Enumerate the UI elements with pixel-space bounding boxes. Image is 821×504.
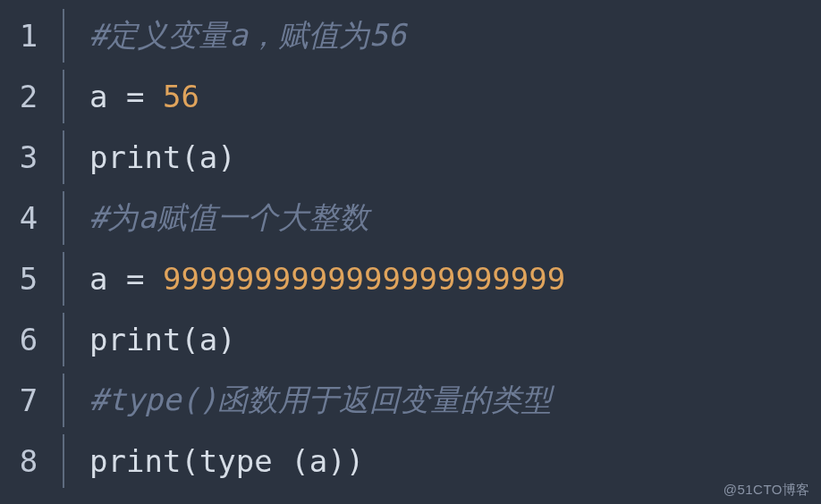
code-line: 2 a = 56 xyxy=(0,66,821,127)
comment-token: #定义变量a，赋值为56 xyxy=(89,17,406,53)
code-block: 1 #定义变量a，赋值为56 2 a = 56 3 print(a) 4 #为a… xyxy=(0,0,821,491)
number-token: 56 xyxy=(163,79,199,114)
code-line: 6 print(a) xyxy=(0,309,821,370)
identifier-token: a xyxy=(89,261,126,297)
line-number: 3 xyxy=(0,139,63,175)
line-content: #type()函数用于返回变量的类型 xyxy=(64,380,552,421)
line-number: 5 xyxy=(0,261,63,297)
identifier-token: print xyxy=(89,443,181,479)
line-content: #为a赋值一个大整数 xyxy=(64,197,369,239)
code-line: 8 print(type (a)) xyxy=(0,431,821,491)
comment-token: #为a赋值一个大整数 xyxy=(89,199,369,235)
line-number: 8 xyxy=(0,443,63,479)
identifier-token: a xyxy=(199,139,217,175)
code-line: 5 a = 9999999999999999999999 xyxy=(0,248,821,309)
line-content: #定义变量a，赋值为56 xyxy=(64,15,406,56)
identifier-token: type xyxy=(199,443,291,479)
code-line: 7 #type()函数用于返回变量的类型 xyxy=(0,370,821,431)
line-number: 6 xyxy=(0,322,63,357)
punct-token: ( xyxy=(181,443,199,479)
punct-token: ( xyxy=(181,139,199,175)
line-number: 1 xyxy=(0,18,63,54)
line-content: a = 56 xyxy=(64,79,199,114)
code-line: 3 print(a) xyxy=(0,127,821,188)
line-number: 2 xyxy=(0,79,63,114)
punct-token: ( xyxy=(291,443,309,479)
number-token: 9999999999999999999999 xyxy=(163,261,565,297)
code-line: 1 #定义变量a，赋值为56 xyxy=(0,5,821,66)
identifier-token: print xyxy=(89,322,181,357)
identifier-token: a xyxy=(199,322,217,357)
punct-token: ( xyxy=(181,322,199,357)
line-content: a = 9999999999999999999999 xyxy=(64,261,565,297)
operator-token: = xyxy=(126,261,163,297)
comment-token: #type()函数用于返回变量的类型 xyxy=(89,382,552,417)
line-content: print(type (a)) xyxy=(64,443,364,479)
operator-token: = xyxy=(126,79,163,114)
line-number: 7 xyxy=(0,382,63,418)
identifier-token: a xyxy=(309,443,327,479)
punct-token: )) xyxy=(327,443,364,479)
line-number: 4 xyxy=(0,200,63,236)
line-content: print(a) xyxy=(64,322,236,357)
code-line: 4 #为a赋值一个大整数 xyxy=(0,188,821,248)
watermark: @51CTO博客 xyxy=(724,482,810,499)
punct-token: ) xyxy=(217,139,235,175)
identifier-token: print xyxy=(89,139,181,175)
identifier-token: a xyxy=(89,79,126,114)
line-content: print(a) xyxy=(64,139,236,175)
punct-token: ) xyxy=(217,322,235,357)
